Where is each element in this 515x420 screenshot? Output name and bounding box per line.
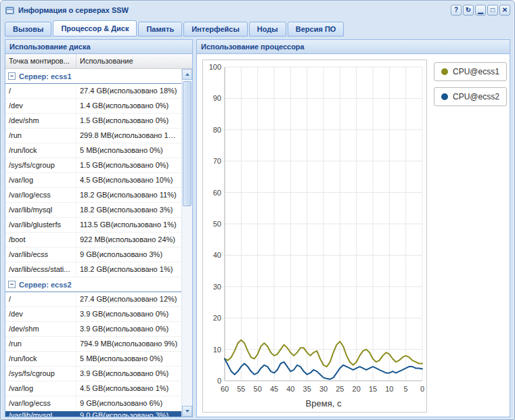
triangle-up-icon bbox=[185, 73, 189, 76]
table-row[interactable]: /var/log/ecss18.2 GB(использовано 11%) bbox=[5, 188, 181, 203]
usage-cell: 922 MB(использовано 24%) bbox=[76, 233, 181, 247]
mount-cell: /dev bbox=[5, 99, 76, 113]
group-header-row[interactable]: −Сервер: ecss2 bbox=[5, 277, 181, 292]
usage-cell: 794.9 MB(использовано 9%) bbox=[76, 337, 181, 351]
usage-cell: 3.9 GB(использовано 0%) bbox=[76, 322, 181, 336]
cpu-chart-svg: 0102030405060708090100605550454035302520… bbox=[203, 60, 426, 412]
title-bar[interactable]: Информация о серверах SSW ?↻▁□✕ bbox=[5, 3, 510, 17]
mount-cell: /run/lock bbox=[5, 352, 76, 366]
table-row[interactable]: /var/log4.5 GB(использовано 1%) bbox=[5, 381, 181, 396]
legend-label: CPU@ecss1 bbox=[453, 67, 499, 76]
usage-cell: 1.5 GB(использовано 0%) bbox=[76, 114, 181, 128]
mount-cell: /sys/fs/cgroup bbox=[5, 158, 76, 172]
legend-item-2[interactable]: CPU@ecss2 bbox=[434, 87, 507, 106]
column-header[interactable]: Использование bbox=[76, 54, 192, 68]
usage-cell: 5 MB(использовано 0%) bbox=[76, 352, 181, 366]
grid-rows: −Сервер: ecss1/27.4 GB(использовано 18%)… bbox=[5, 69, 181, 417]
svg-text:0: 0 bbox=[420, 385, 424, 393]
usage-cell: 9 GB(использовано 6%) bbox=[76, 396, 181, 411]
table-row[interactable]: /run794.9 MB(использовано 9%) bbox=[5, 337, 181, 352]
usage-cell: 3.9 GB(использовано 0%) bbox=[76, 367, 181, 381]
svg-text:50: 50 bbox=[213, 220, 221, 228]
window-icon bbox=[5, 5, 15, 16]
table-row[interactable]: /dev1.4 GB(использовано 0%) bbox=[5, 99, 181, 114]
tab-version[interactable]: Версия ПО bbox=[288, 22, 344, 37]
svg-text:90: 90 bbox=[213, 94, 221, 102]
group-label: Сервер: ecss1 bbox=[19, 72, 72, 80]
usage-cell: 27.4 GB(использовано 12%) bbox=[76, 292, 181, 306]
column-header[interactable]: Точка монтиров... bbox=[5, 54, 76, 68]
x-axis-title: Время, с bbox=[306, 398, 342, 409]
grid-lines bbox=[225, 67, 422, 381]
mount-cell: /var/log/ecss bbox=[5, 188, 76, 202]
table-row[interactable]: /sys/fs/cgroup3.9 GB(использовано 0%) bbox=[5, 367, 181, 381]
mount-cell: /run bbox=[5, 337, 76, 351]
mount-cell: /dev/shm bbox=[5, 114, 76, 128]
table-row[interactable]: /var/log/ecss9 GB(использовано 6%) bbox=[5, 396, 181, 411]
tab-cpu-disk[interactable]: Процессор & Диск bbox=[53, 20, 137, 37]
disk-usage-panel: Использование диска Точка монтиров...Исп… bbox=[5, 39, 193, 417]
tab-memory[interactable]: Память bbox=[138, 22, 182, 37]
content-area: Использование диска Точка монтиров...Исп… bbox=[5, 39, 510, 417]
mount-cell: /dev bbox=[5, 307, 76, 321]
mount-cell: / bbox=[5, 84, 76, 98]
legend-color-dot bbox=[441, 93, 448, 100]
refresh-button[interactable]: ↻ bbox=[463, 5, 474, 16]
tab-calls[interactable]: Вызовы bbox=[5, 22, 51, 37]
table-row[interactable]: /run299.8 MB(использовано 17... bbox=[5, 129, 181, 143]
tab-bar: ВызовыПроцессор & ДискПамятьИнтерфейсыНо… bbox=[5, 20, 510, 37]
table-row[interactable]: /run/lock5 MB(использовано 0%) bbox=[5, 352, 181, 367]
scrollbar-thumb[interactable] bbox=[183, 81, 192, 206]
table-row[interactable]: /dev/shm1.5 GB(использовано 0%) bbox=[5, 114, 181, 129]
scroll-down-button[interactable] bbox=[182, 406, 192, 417]
legend-color-dot bbox=[441, 68, 448, 75]
table-row[interactable]: /var/lib/mysql18.2 GB(использовано 3%) bbox=[5, 203, 181, 218]
maximize-button[interactable]: □ bbox=[487, 5, 498, 16]
minimize-button[interactable]: ▁ bbox=[475, 5, 486, 16]
table-row[interactable]: /dev/shm3.9 GB(использовано 0%) bbox=[5, 322, 181, 337]
window-title: Информация о серверах SSW bbox=[18, 6, 447, 14]
collapse-icon[interactable]: − bbox=[8, 72, 16, 80]
scroll-up-button[interactable] bbox=[182, 69, 192, 80]
mount-cell: /var/lib/ecss/stati... bbox=[5, 262, 76, 277]
usage-cell: 1.4 GB(использовано 0%) bbox=[76, 99, 181, 113]
cpu-panel-body: 0102030405060708090100605550454035302520… bbox=[197, 54, 510, 417]
svg-text:40: 40 bbox=[213, 251, 221, 259]
tab-nodes[interactable]: Ноды bbox=[249, 22, 286, 37]
svg-text:40: 40 bbox=[286, 385, 294, 393]
usage-cell: 113.5 GB(использовано 1%) bbox=[76, 218, 181, 232]
group-header-row[interactable]: −Сервер: ecss1 bbox=[5, 69, 181, 84]
mount-cell: /var/log bbox=[5, 381, 76, 396]
svg-text:5: 5 bbox=[404, 385, 408, 393]
table-row[interactable]: /var/lib/glusterfs113.5 GB(использовано … bbox=[5, 218, 181, 233]
tab-interfaces[interactable]: Интерфейсы bbox=[183, 22, 248, 37]
mount-cell: / bbox=[5, 292, 76, 306]
scrollbar[interactable] bbox=[181, 69, 192, 417]
table-row[interactable]: /var/lib/ecss9 GB(использовано 3%) bbox=[5, 248, 181, 262]
cpu-panel-header: Использование процессора bbox=[197, 40, 510, 54]
table-row[interactable]: /27.4 GB(использовано 12%) bbox=[5, 292, 181, 307]
mount-cell: /run bbox=[5, 129, 76, 143]
svg-text:10: 10 bbox=[213, 346, 221, 354]
table-row[interactable]: /run/lock5 MB(использовано 0%) bbox=[5, 143, 181, 158]
table-row[interactable]: /boot922 MB(использовано 24%) bbox=[5, 233, 181, 248]
table-row[interactable]: /27.4 GB(использовано 18%) bbox=[5, 84, 181, 99]
usage-cell: 4.5 GB(использовано 10%) bbox=[76, 173, 181, 187]
close-button[interactable]: ✕ bbox=[499, 5, 510, 16]
window-controls: ?↻▁□✕ bbox=[451, 5, 510, 16]
svg-text:30: 30 bbox=[319, 385, 328, 393]
help-button[interactable]: ? bbox=[451, 5, 462, 16]
usage-cell: 27.4 GB(использовано 18%) bbox=[76, 84, 181, 98]
collapse-icon[interactable]: − bbox=[8, 281, 16, 288]
usage-cell: 5 MB(использовано 0%) bbox=[76, 143, 181, 158]
table-row-selected[interactable]: /var/lib/mysql9.0 GB(использовано 3%) bbox=[5, 411, 181, 417]
usage-cell: 18.2 GB(использовано 1%) bbox=[76, 262, 181, 277]
table-row[interactable]: /var/lib/ecss/stati...18.2 GB(использова… bbox=[5, 262, 181, 277]
mount-cell: /var/lib/mysql bbox=[5, 411, 76, 417]
mount-cell: /var/lib/glusterfs bbox=[5, 218, 76, 232]
table-row[interactable]: /sys/fs/cgroup1.5 GB(использовано 0%) bbox=[5, 158, 181, 173]
table-row[interactable]: /var/log4.5 GB(использовано 10%) bbox=[5, 173, 181, 188]
legend-item-1[interactable]: CPU@ecss1 bbox=[434, 62, 507, 81]
table-row[interactable]: /dev3.9 GB(использовано 0%) bbox=[5, 307, 181, 322]
cpu-usage-panel: Использование процессора 010203040506070… bbox=[196, 39, 510, 417]
